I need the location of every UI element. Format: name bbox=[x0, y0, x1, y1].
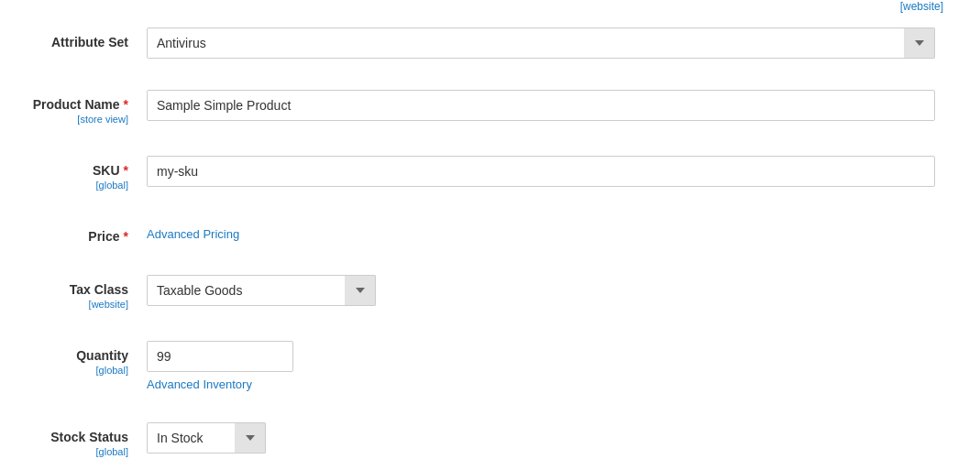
stock-status-select-wrapper: In Stock Out of Stock bbox=[147, 422, 266, 454]
sku-control bbox=[147, 156, 962, 187]
quantity-label: Quantity bbox=[76, 348, 128, 363]
stock-status-label: Stock Status bbox=[50, 430, 128, 444]
product-name-row: Product Name* [store view] bbox=[18, 82, 962, 132]
product-name-label-col: Product Name* [store view] bbox=[18, 90, 147, 125]
tax-class-select-wrapper: Taxable Goods None bbox=[147, 275, 376, 306]
advanced-inventory-link[interactable]: Advanced Inventory bbox=[147, 377, 962, 391]
quantity-input[interactable] bbox=[147, 341, 293, 372]
price-label: Price* bbox=[88, 229, 128, 244]
attribute-set-select-wrapper: Antivirus Default bbox=[147, 27, 935, 59]
website-top-label: [website] bbox=[18, 0, 962, 13]
advanced-pricing-link[interactable]: Advanced Pricing bbox=[147, 227, 962, 241]
sku-input[interactable] bbox=[147, 156, 935, 187]
product-name-label: Product Name* bbox=[33, 97, 128, 112]
price-row: Price* Advanced Pricing bbox=[18, 214, 962, 251]
product-name-input[interactable] bbox=[147, 90, 935, 121]
sku-label: SKU* bbox=[93, 163, 128, 178]
tax-class-row: Tax Class [website] Taxable Goods None bbox=[18, 268, 962, 317]
tax-class-select[interactable]: Taxable Goods None bbox=[147, 275, 376, 306]
attribute-set-label-col: Attribute Set bbox=[18, 27, 147, 49]
tax-class-label-col: Tax Class [website] bbox=[18, 275, 147, 310]
product-name-required: * bbox=[124, 97, 128, 112]
quantity-control: Advanced Inventory bbox=[147, 341, 962, 391]
sku-label-col: SKU* [global] bbox=[18, 156, 147, 191]
attribute-set-row: Attribute Set Antivirus Default bbox=[18, 20, 962, 66]
tax-class-label: Tax Class bbox=[70, 282, 128, 297]
sku-row: SKU* [global] bbox=[18, 148, 962, 198]
tax-class-control: Taxable Goods None bbox=[147, 275, 962, 306]
price-required: * bbox=[124, 229, 128, 244]
quantity-row: Quantity [global] Advanced Inventory bbox=[18, 333, 962, 399]
price-control: Advanced Pricing bbox=[147, 222, 962, 241]
sku-required: * bbox=[124, 163, 128, 178]
stock-status-sublabel: [global] bbox=[18, 446, 128, 457]
attribute-set-label: Attribute Set bbox=[51, 35, 128, 49]
quantity-sublabel: [global] bbox=[18, 365, 128, 376]
quantity-label-col: Quantity [global] bbox=[18, 341, 147, 376]
stock-status-row: Stock Status [global] In Stock Out of St… bbox=[18, 415, 962, 459]
product-name-sublabel: [store view] bbox=[18, 114, 128, 125]
attribute-set-control: Antivirus Default bbox=[147, 27, 962, 59]
product-form: [website] Attribute Set Antivirus Defaul… bbox=[0, 0, 980, 459]
sku-sublabel: [global] bbox=[18, 180, 128, 191]
stock-status-label-col: Stock Status [global] bbox=[18, 422, 147, 457]
attribute-set-select[interactable]: Antivirus Default bbox=[147, 27, 935, 59]
tax-class-sublabel: [website] bbox=[18, 299, 128, 310]
stock-status-select[interactable]: In Stock Out of Stock bbox=[147, 422, 266, 454]
product-name-control bbox=[147, 90, 962, 121]
price-label-col: Price* bbox=[18, 222, 147, 244]
stock-status-control: In Stock Out of Stock bbox=[147, 422, 962, 454]
